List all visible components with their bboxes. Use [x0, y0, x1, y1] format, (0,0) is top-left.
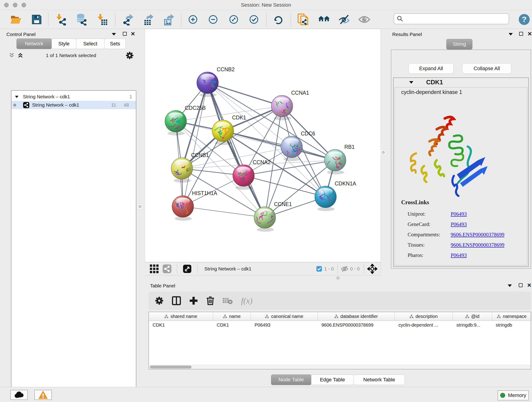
apply-layout-icon[interactable] [272, 13, 284, 26]
network-edge[interactable] [223, 131, 335, 160]
network-overview-icon[interactable] [163, 264, 171, 273]
table-hscrollbar[interactable] [149, 365, 531, 369]
control-panel-float-icon[interactable] [123, 32, 127, 36]
tab-network[interactable]: Network [17, 38, 52, 49]
column-header-description[interactable]: description [395, 312, 453, 321]
zoom-out-icon[interactable] [207, 13, 219, 26]
column-header-id[interactable]: @id [453, 312, 492, 321]
control-panel-menu-icon[interactable] [112, 33, 116, 36]
network-node-cdc25b[interactable] [165, 110, 186, 135]
zoom-fit-icon[interactable] [228, 13, 240, 26]
network-node-ccne1[interactable] [254, 207, 276, 232]
protein-collapse-icon[interactable] [409, 81, 413, 84]
crosslink-link[interactable]: P06493 [451, 211, 467, 217]
table-cell[interactable]: stringdb [492, 322, 532, 328]
tab-style[interactable]: Style [51, 38, 76, 49]
results-panel-float-icon[interactable] [519, 32, 523, 36]
first-neighbors-icon[interactable] [318, 13, 330, 26]
table-cell[interactable]: cyclin-dependent ... [395, 322, 453, 328]
cloud-button[interactable] [10, 390, 28, 400]
table-panel-close-icon[interactable]: ✕ [527, 283, 532, 287]
table-row[interactable]: CDK1CDK1P064939606.ENSP00000378699cyclin… [149, 321, 531, 329]
bottom-splitter-handle[interactable] [336, 276, 340, 280]
network-edge[interactable] [183, 206, 265, 217]
table-panel-float-icon[interactable] [519, 283, 523, 287]
results-panel-close-icon[interactable]: ✕ [527, 32, 532, 36]
detach-view-icon[interactable] [183, 265, 191, 273]
network-edge[interactable] [183, 83, 208, 206]
network-row-selected[interactable]: String Network – cdk1 11 48 [12, 101, 136, 109]
table-hscrollbar-thumb[interactable] [150, 366, 191, 369]
tab-sets[interactable]: Sets [104, 38, 126, 49]
zoom-in-icon[interactable] [187, 13, 199, 26]
crosslink-link[interactable]: P06493 [451, 221, 467, 227]
right-splitter-handle[interactable] [380, 149, 386, 155]
export-image-icon[interactable] [163, 13, 175, 26]
tab-edge-table[interactable]: Edge Table [311, 375, 354, 385]
network-collection-row[interactable]: String Network – cdk1 1 [12, 93, 136, 101]
hidden-count-badge: 0 - 0 [350, 266, 360, 272]
column-header-namespace[interactable]: namespace [492, 312, 532, 321]
column-header-canonical-name[interactable]: canonical name [251, 312, 318, 321]
search-input[interactable] [394, 13, 509, 24]
node-table[interactable]: shared namenamecanonical namedatabase id… [148, 312, 531, 370]
table-cell[interactable]: CDK1 [213, 322, 251, 328]
zoom-selected-icon[interactable] [248, 13, 260, 26]
export-table-icon[interactable] [143, 13, 154, 26]
collapse-all-button[interactable]: Collapse All [462, 63, 511, 74]
tab-network-table[interactable]: Network Table [354, 375, 405, 385]
results-panel-menu-icon[interactable] [509, 33, 513, 36]
column-header-name[interactable]: name [213, 312, 251, 321]
hide-eye-icon[interactable] [338, 13, 350, 26]
table-cell[interactable]: stringdb:9... [453, 322, 492, 328]
crosslink-link[interactable]: 9606.ENSP00000378699 [451, 242, 505, 248]
add-column-icon[interactable] [189, 296, 198, 305]
save-session-icon[interactable] [31, 13, 43, 26]
show-eye-icon[interactable] [358, 13, 370, 26]
tab-node-table[interactable]: Node Table [271, 375, 311, 385]
network-node-ccnb2[interactable] [197, 72, 218, 97]
tree-expander-icon[interactable] [15, 96, 18, 98]
export-network-icon[interactable] [122, 13, 134, 26]
left-splitter-handle[interactable] [137, 204, 143, 210]
network-node-rb1[interactable] [322, 149, 346, 174]
network-node-hist1h1a[interactable] [172, 196, 194, 221]
table-cell[interactable]: P06493 [251, 322, 318, 328]
tab-string[interactable]: String [446, 39, 472, 50]
crosslink-link[interactable]: P06493 [451, 252, 467, 258]
table-options-gear-icon[interactable] [155, 296, 164, 305]
network-edge[interactable] [208, 83, 282, 106]
network-node-cdkn1a[interactable] [315, 186, 336, 211]
network-node-ccna1[interactable] [271, 95, 293, 120]
delete-column-icon[interactable] [206, 296, 215, 305]
show-columns-icon[interactable] [172, 296, 181, 305]
memory-button[interactable]: Memory [498, 390, 529, 400]
search-box[interactable] [394, 13, 509, 24]
collapse-all-networks-icon[interactable] [8, 52, 15, 59]
tab-select[interactable]: Select [76, 38, 104, 49]
import-table-icon[interactable] [96, 13, 108, 26]
pan-crosshair-icon[interactable] [367, 264, 377, 274]
network-node-cdc6[interactable] [281, 136, 302, 161]
warning-button[interactable] [34, 390, 52, 400]
expand-all-networks-icon[interactable] [17, 52, 24, 59]
crosslink-link[interactable]: 9606.ENSP00000378699 [451, 232, 505, 238]
selected-checkbox-icon[interactable] [317, 266, 322, 272]
table-cell[interactable]: CDK1 [149, 322, 213, 328]
network-edge[interactable] [208, 83, 265, 217]
help-icon[interactable]: ? [518, 13, 530, 26]
clone-network-icon[interactable] [298, 13, 309, 26]
network-canvas[interactable]: CCNB2CCNA1CDC25BCDK1CDC6RB1CCNB1CCNA2CDK… [145, 29, 381, 262]
import-network-file-icon[interactable] [56, 13, 67, 26]
control-panel-close-icon[interactable]: ✕ [131, 32, 135, 36]
network-graph[interactable]: CCNB2CCNA1CDC25BCDK1CDC6RB1CCNB1CCNA2CDK… [145, 29, 380, 262]
birds-eye-view-icon[interactable] [150, 264, 158, 273]
open-session-icon[interactable] [10, 13, 22, 26]
column-header-database-identifier[interactable]: database identifier [318, 312, 395, 321]
import-network-database-icon[interactable] [76, 13, 88, 26]
column-header-shared-name[interactable]: shared name [149, 312, 213, 321]
expand-all-button[interactable]: Expand All [409, 63, 454, 74]
network-options-gear-icon[interactable] [126, 51, 134, 60]
table-cell[interactable]: 9606.ENSP00000378699 [318, 322, 395, 328]
table-panel-menu-icon[interactable] [508, 284, 512, 287]
